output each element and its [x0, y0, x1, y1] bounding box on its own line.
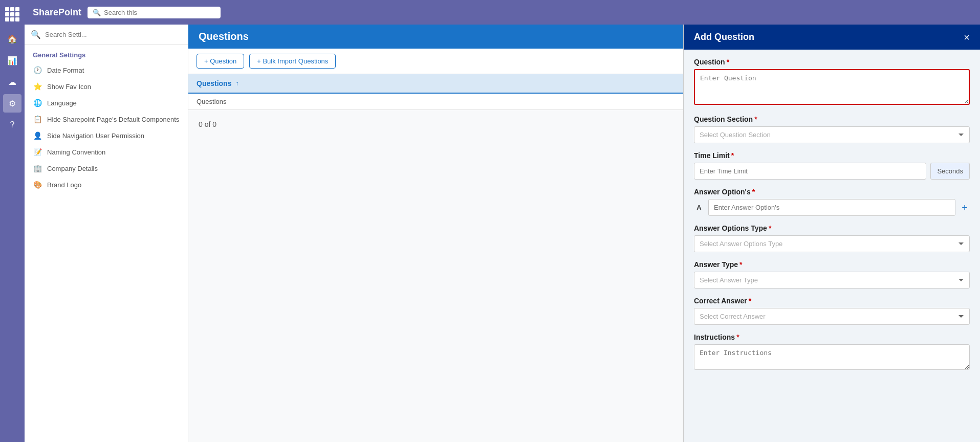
sidebar-item-show-fav-icon[interactable]: ⭐ Show Fav Icon: [25, 78, 188, 95]
sidebar-item-label: Company Details: [47, 165, 98, 172]
sidebar-item-language[interactable]: 🌐 Language: [25, 95, 188, 111]
add-question-button[interactable]: + Question: [197, 54, 244, 69]
questions-body: 0 of 0: [188, 110, 683, 442]
answer-options-type-field: Answer Options Type * Select Answer Opti…: [694, 224, 970, 252]
answer-options-type-required-star: *: [769, 224, 771, 232]
naming-convention-icon: 📝: [33, 148, 42, 156]
settings-section-title: General Settings: [25, 45, 188, 62]
answer-options-field: Answer Option's * A +: [694, 188, 970, 216]
sidebar-item-label: Naming Convention: [47, 148, 105, 156]
correct-answer-label: Correct Answer *: [694, 297, 970, 305]
add-question-panel: Add Question × Question * Question Secti…: [683, 25, 980, 442]
global-search-input[interactable]: [104, 9, 215, 16]
answer-option-letter: A: [694, 204, 704, 211]
search-icon: 🔍: [93, 9, 101, 16]
main-content: SharePoint 🔍 🔍 General Settings 🕐 Date F…: [25, 0, 980, 442]
answer-type-select[interactable]: Select Answer Type: [694, 272, 970, 289]
answer-options-type-label: Answer Options Type *: [694, 224, 970, 232]
bulk-import-button[interactable]: + Bulk Import Questions: [249, 54, 336, 69]
answer-options-row: A +: [694, 199, 970, 216]
answer-option-input[interactable]: [708, 199, 955, 216]
sidebar-search-box[interactable]: 🔍: [25, 25, 188, 45]
date-format-icon: 🕐: [33, 66, 42, 74]
sidebar-item-date-format[interactable]: 🕐 Date Format: [25, 62, 188, 78]
nav-bar: 🏠 📊 ☁ ⚙ ?: [0, 0, 25, 442]
language-icon: 🌐: [33, 99, 42, 107]
home-icon[interactable]: 🏠: [3, 30, 21, 48]
questions-subheader-label: Questions: [197, 98, 227, 105]
instructions-field: Instructions *: [694, 333, 970, 372]
instructions-textarea[interactable]: [694, 344, 970, 370]
app-title: SharePoint: [33, 7, 81, 18]
sidebar-item-label: Date Format: [47, 67, 84, 74]
time-limit-label: Time Limit *: [694, 151, 970, 160]
question-section-required-star: *: [754, 115, 757, 123]
question-section-label: Question Section *: [694, 115, 970, 123]
close-button[interactable]: ×: [964, 32, 970, 42]
questions-list-header-label: Questions: [197, 79, 231, 87]
help-icon[interactable]: ?: [3, 116, 21, 134]
question-section-field: Question Section * Select Question Secti…: [694, 115, 970, 143]
correct-answer-select[interactable]: Select Correct Answer: [694, 308, 970, 325]
time-limit-required-star: *: [731, 151, 734, 160]
questions-count: 0 of 0: [199, 120, 216, 128]
instructions-label: Instructions *: [694, 333, 970, 341]
add-question-body: Question * Question Section * Select Que…: [684, 50, 980, 442]
question-textarea[interactable]: [694, 69, 970, 105]
answer-options-label: Answer Option's *: [694, 188, 970, 196]
add-question-title: Add Question: [694, 32, 754, 42]
sidebar-item-label: Brand Logo: [47, 181, 81, 189]
sidebar-search-input[interactable]: [45, 31, 182, 38]
questions-panel-title: Questions: [199, 31, 249, 42]
global-search-box[interactable]: 🔍: [88, 7, 221, 18]
add-question-header: Add Question ×: [684, 25, 980, 50]
sidebar-item-label: Language: [47, 99, 77, 107]
fav-icon-icon: ⭐: [33, 82, 42, 91]
sidebar-item-company-details[interactable]: 🏢 Company Details: [25, 160, 188, 176]
sidebar-search-icon: 🔍: [31, 30, 41, 39]
add-option-button[interactable]: +: [960, 203, 970, 213]
cloud-icon[interactable]: ☁: [3, 73, 21, 91]
time-limit-field: Time Limit * Seconds: [694, 151, 970, 180]
hide-components-icon: 📋: [33, 115, 42, 123]
time-limit-row: Seconds: [694, 163, 970, 180]
questions-panel: Questions + Question + Bulk Import Quest…: [188, 25, 683, 442]
sidebar-item-label: Side Navigation User Permission: [47, 132, 144, 140]
questions-list-subheader: Questions: [188, 94, 683, 110]
correct-answer-field: Correct Answer * Select Correct Answer: [694, 297, 970, 325]
correct-answer-required-star: *: [749, 297, 751, 305]
sidebar-item-nav-user-permission[interactable]: 👤 Side Navigation User Permission: [25, 127, 188, 144]
question-section-select[interactable]: Select Question Section: [694, 126, 970, 143]
answer-options-required-star: *: [752, 188, 755, 196]
sidebar-item-naming-convention[interactable]: 📝 Naming Convention: [25, 144, 188, 160]
company-details-icon: 🏢: [33, 164, 42, 172]
sidebar-item-brand-logo[interactable]: 🎨 Brand Logo: [25, 176, 188, 193]
questions-panel-header: Questions: [188, 25, 683, 49]
time-limit-input[interactable]: [694, 163, 926, 180]
sidebar-item-label: Hide Sharepoint Page's Default Component…: [47, 116, 179, 123]
answer-type-required-star: *: [739, 260, 742, 269]
nav-permission-icon: 👤: [33, 131, 42, 140]
sidebar-item-label: Show Fav Icon: [47, 83, 91, 91]
questions-toolbar: + Question + Bulk Import Questions: [188, 49, 683, 74]
chart-icon[interactable]: 📊: [3, 51, 21, 70]
question-required-star: *: [727, 58, 729, 66]
questions-list-header: Questions ↑: [188, 74, 683, 94]
answer-type-field: Answer Type * Select Answer Type: [694, 260, 970, 289]
app-logo: [3, 5, 21, 24]
sidebar-settings: 🔍 General Settings 🕐 Date Format ⭐ Show …: [25, 25, 188, 442]
brand-logo-icon: 🎨: [33, 181, 42, 189]
sidebar-item-hide-components[interactable]: 📋 Hide Sharepoint Page's Default Compone…: [25, 111, 188, 127]
question-label: Question *: [694, 58, 970, 66]
answer-options-type-select[interactable]: Select Answer Options Type: [694, 235, 970, 252]
answer-type-label: Answer Type *: [694, 260, 970, 269]
instructions-required-star: *: [736, 333, 739, 341]
seconds-badge: Seconds: [930, 163, 970, 180]
top-header: SharePoint 🔍: [25, 0, 980, 25]
content-body: 🔍 General Settings 🕐 Date Format ⭐ Show …: [25, 25, 980, 442]
sort-up-icon[interactable]: ↑: [235, 80, 238, 87]
gear-icon[interactable]: ⚙: [3, 94, 21, 113]
question-field: Question *: [694, 58, 970, 107]
